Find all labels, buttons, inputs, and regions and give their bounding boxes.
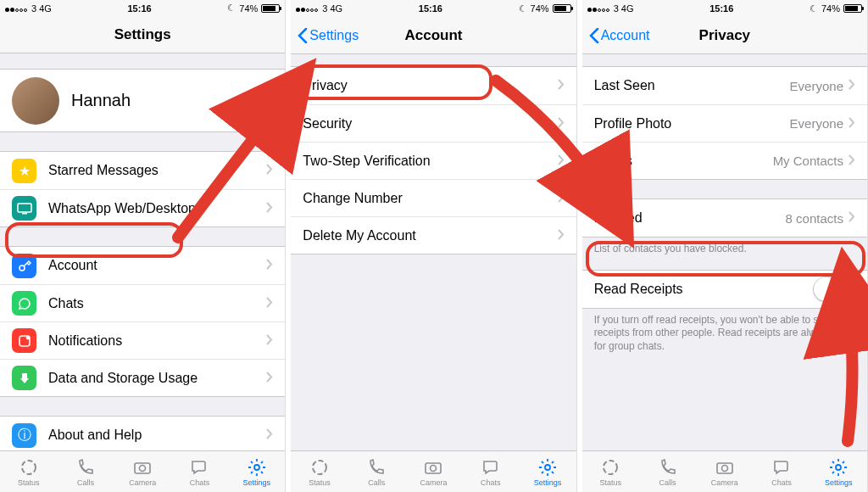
- row-label: Two-Step Verification: [303, 154, 557, 169]
- chevron-left-icon: [589, 28, 599, 43]
- tab-calls[interactable]: Calls: [348, 451, 405, 492]
- row-notifications[interactable]: Notifications: [0, 321, 285, 359]
- moon-icon: ☾: [227, 3, 236, 14]
- battery-pct: 74%: [239, 3, 258, 14]
- tab-camera[interactable]: Camera: [405, 451, 462, 492]
- svg-point-12: [545, 465, 550, 470]
- row-last-seen[interactable]: Last Seen Everyone: [582, 67, 867, 104]
- status-icon: [600, 457, 620, 478]
- row-label: Change Number: [303, 191, 557, 206]
- tab-calls[interactable]: Calls: [57, 451, 114, 492]
- read-receipts-toggle[interactable]: [813, 277, 855, 302]
- row-value: My Contacts: [773, 154, 843, 168]
- chevron-right-icon: [849, 78, 855, 93]
- tab-chats[interactable]: Chats: [753, 451, 810, 492]
- tab-label: Camera: [711, 478, 738, 487]
- svg-point-11: [431, 465, 437, 471]
- row-data-storage[interactable]: Data and Storage Usage: [0, 359, 285, 396]
- camera-icon: [423, 457, 443, 478]
- chevron-right-icon: [266, 333, 273, 349]
- row-starred-messages[interactable]: ★ Starred Messages: [0, 152, 285, 189]
- row-whatsapp-web[interactable]: WhatsApp Web/Desktop: [0, 189, 285, 226]
- row-profile-photo[interactable]: Profile Photo Everyone: [582, 104, 867, 142]
- tab-status[interactable]: Status: [0, 451, 57, 492]
- tab-status[interactable]: Status: [291, 451, 348, 492]
- row-label: Profile Photo: [594, 116, 790, 131]
- chevron-left-icon: [298, 28, 308, 43]
- camera-icon: [715, 457, 735, 478]
- tab-camera[interactable]: Camera: [114, 451, 171, 492]
- chevron-right-icon: [849, 116, 855, 131]
- screen-privacy: 3 4G 15:16 ☾ 74% Account Privacy Last Se…: [582, 0, 868, 492]
- chevron-right-icon: [558, 116, 565, 131]
- tab-chats[interactable]: Chats: [171, 451, 228, 492]
- chevron-right-icon: [266, 428, 273, 443]
- svg-point-8: [254, 465, 259, 470]
- info-icon: ⓘ: [12, 423, 36, 448]
- carrier-label: 3 4G: [322, 3, 342, 14]
- row-about-help[interactable]: ⓘ About and Help: [0, 417, 285, 454]
- tab-label: Calls: [659, 478, 676, 487]
- gear-icon: [247, 457, 267, 478]
- phone-icon: [75, 457, 96, 478]
- row-read-receipts[interactable]: Read Receipts: [582, 271, 867, 308]
- chevron-right-icon: [558, 228, 565, 243]
- chevron-right-icon: [266, 371, 273, 386]
- blocked-note: List of contacts you have blocked.: [582, 238, 867, 261]
- profile-row[interactable]: Hannah: [0, 69, 285, 132]
- row-change-number[interactable]: Change Number: [291, 179, 576, 216]
- battery-icon: [553, 4, 571, 13]
- data-icon: [12, 366, 36, 390]
- battery-pct: 74%: [531, 3, 549, 14]
- status-bar: 3 4G 15:16 ☾ 74%: [0, 0, 285, 17]
- row-status[interactable]: Status My Contacts: [582, 142, 867, 179]
- carrier-label: 3 4G: [31, 3, 52, 14]
- tab-calls[interactable]: Calls: [639, 451, 696, 492]
- svg-point-7: [140, 465, 146, 471]
- tab-label: Calls: [77, 478, 94, 487]
- tab-label: Chats: [481, 478, 501, 487]
- desktop-icon: [12, 196, 36, 221]
- navbar: Settings: [0, 17, 285, 53]
- row-delete-account[interactable]: Delete My Account: [291, 216, 576, 254]
- tab-label: Status: [18, 478, 40, 487]
- row-blocked[interactable]: Blocked 8 contacts: [582, 199, 867, 237]
- carrier-label: 3 4G: [614, 3, 634, 14]
- page-title: Settings: [114, 26, 171, 43]
- back-button[interactable]: Account: [589, 28, 650, 43]
- tab-camera[interactable]: Camera: [696, 451, 753, 492]
- battery-icon: [843, 4, 862, 13]
- row-value: Everyone: [790, 79, 843, 93]
- svg-point-16: [836, 465, 841, 470]
- svg-point-15: [721, 465, 727, 471]
- tab-chats[interactable]: Chats: [462, 451, 519, 492]
- svg-rect-1: [22, 213, 27, 215]
- tab-label: Status: [600, 478, 622, 487]
- row-two-step[interactable]: Two-Step Verification: [291, 142, 576, 179]
- tab-label: Calls: [368, 478, 385, 487]
- chevron-right-icon: [266, 258, 273, 273]
- tab-settings[interactable]: Settings: [228, 451, 285, 492]
- signal-dots-icon: [296, 3, 319, 14]
- chats-icon: [481, 457, 501, 478]
- tab-settings[interactable]: Settings: [519, 451, 576, 492]
- status-bar: 3 4G 15:16 ☾ 74%: [582, 0, 867, 17]
- back-button[interactable]: Settings: [298, 28, 359, 43]
- tab-settings[interactable]: Settings: [810, 451, 867, 492]
- row-value: 8 contacts: [786, 211, 843, 226]
- chevron-right-icon: [558, 154, 565, 169]
- read-receipts-note: If you turn off read receipts, you won't…: [582, 309, 867, 359]
- tab-label: Chats: [771, 478, 792, 487]
- row-account[interactable]: Account: [0, 247, 285, 284]
- gear-icon: [828, 457, 849, 478]
- tab-status[interactable]: Status: [582, 451, 639, 492]
- svg-point-5: [22, 461, 36, 474]
- clock-label: 15:16: [419, 3, 442, 14]
- row-security[interactable]: Security: [291, 104, 576, 142]
- row-chats[interactable]: Chats: [0, 284, 285, 321]
- row-privacy[interactable]: Privacy: [291, 67, 576, 104]
- phone-icon: [366, 457, 387, 478]
- svg-point-4: [25, 335, 30, 339]
- row-label: WhatsApp Web/Desktop: [48, 201, 266, 216]
- tab-label: Settings: [534, 478, 562, 487]
